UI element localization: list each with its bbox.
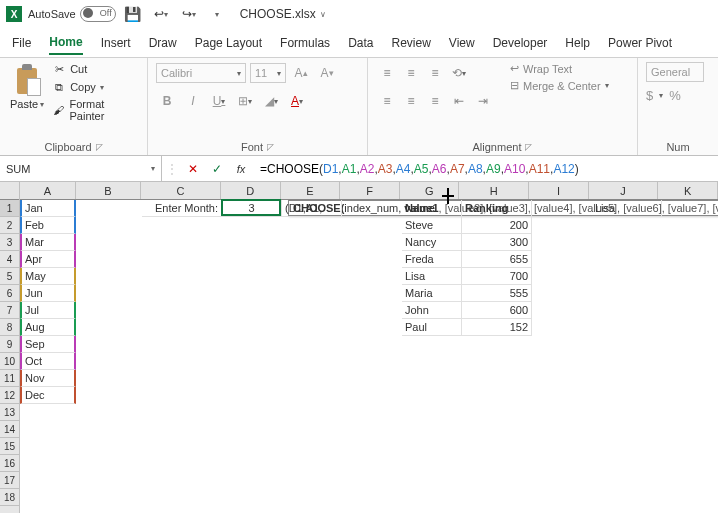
orientation-button[interactable]: ⟲▾ — [448, 62, 470, 84]
align-right-button[interactable]: ≡ — [424, 90, 446, 112]
cell-D1[interactable]: 3 — [222, 200, 282, 217]
align-center-button[interactable]: ≡ — [400, 90, 422, 112]
merge-center-button[interactable]: ⊟Merge & Center ▾ — [510, 79, 609, 92]
tab-developer[interactable]: Developer — [493, 32, 548, 54]
row-header-16[interactable]: 16 — [0, 455, 19, 472]
cell-G2[interactable]: Steve — [402, 217, 462, 234]
col-header-F[interactable]: F — [340, 182, 400, 199]
paste-button[interactable]: Paste▾ — [8, 62, 46, 112]
clipboard-launcher[interactable]: ◸ — [96, 142, 103, 152]
align-top-button[interactable]: ≡ — [376, 62, 398, 84]
cell-H1[interactable]: Ranking — [462, 200, 532, 217]
name-box[interactable]: SUM ▾ — [0, 156, 162, 181]
font-name-select[interactable]: Calibri▾ — [156, 63, 246, 83]
cell-A11[interactable]: Nov — [20, 370, 76, 387]
tab-draw[interactable]: Draw — [149, 32, 177, 54]
cell-H2[interactable]: 200 — [462, 217, 532, 234]
align-bottom-button[interactable]: ≡ — [424, 62, 446, 84]
row-header-15[interactable]: 15 — [0, 438, 19, 455]
cell-A10[interactable]: Oct — [20, 353, 76, 370]
col-header-K[interactable]: K — [658, 182, 718, 199]
cancel-button[interactable]: ✕ — [184, 160, 202, 178]
cell-H5[interactable]: 700 — [462, 268, 532, 285]
cell-H8[interactable]: 152 — [462, 319, 532, 336]
row-header-4[interactable]: 4 — [0, 251, 19, 268]
col-header-I[interactable]: I — [529, 182, 589, 199]
col-header-C[interactable]: C — [141, 182, 221, 199]
align-middle-button[interactable]: ≡ — [400, 62, 422, 84]
row-header-9[interactable]: 9 — [0, 336, 19, 353]
toggle-switch[interactable]: Off — [80, 6, 116, 22]
cell-G5[interactable]: Lisa — [402, 268, 462, 285]
tab-formulas[interactable]: Formulas — [280, 32, 330, 54]
cell-A4[interactable]: Apr — [20, 251, 76, 268]
col-header-D[interactable]: D — [221, 182, 281, 199]
row-header-8[interactable]: 8 — [0, 319, 19, 336]
number-format-select[interactable]: General — [646, 62, 704, 82]
italic-button[interactable]: I — [182, 90, 204, 112]
currency-button[interactable]: $ — [646, 88, 653, 103]
row-header-5[interactable]: 5 — [0, 268, 19, 285]
cell-A5[interactable]: May — [20, 268, 76, 285]
cell-G3[interactable]: Nancy — [402, 234, 462, 251]
tab-home[interactable]: Home — [49, 31, 82, 55]
tab-file[interactable]: File — [12, 32, 31, 54]
percent-button[interactable]: % — [669, 88, 681, 103]
font-size-select[interactable]: 11▾ — [250, 63, 286, 83]
cell-A3[interactable]: Mar — [20, 234, 76, 251]
col-header-A[interactable]: A — [20, 182, 76, 199]
row-header-7[interactable]: 7 — [0, 302, 19, 319]
cell-E1[interactable]: (D1,A1, — [282, 200, 342, 217]
enter-button[interactable]: ✓ — [208, 160, 226, 178]
decrease-font-button[interactable]: A▾ — [316, 62, 338, 84]
col-header-B[interactable]: B — [76, 182, 142, 199]
format-painter-button[interactable]: 🖌Format Painter — [52, 98, 139, 122]
underline-button[interactable]: U▾ — [208, 90, 230, 112]
row-header-13[interactable]: 13 — [0, 404, 19, 421]
undo-button[interactable]: ↩▾ — [150, 3, 172, 25]
cell-G7[interactable]: John — [402, 302, 462, 319]
borders-button[interactable]: ⊞▾ — [234, 90, 256, 112]
tab-data[interactable]: Data — [348, 32, 373, 54]
alignment-launcher[interactable]: ◸ — [525, 142, 532, 152]
select-all-corner[interactable] — [0, 182, 19, 200]
decrease-indent-button[interactable]: ⇤ — [448, 90, 470, 112]
cell-A1[interactable]: Jan — [20, 200, 76, 217]
col-header-E[interactable]: E — [281, 182, 341, 199]
cut-button[interactable]: ✂Cut — [52, 62, 139, 76]
row-header-3[interactable]: 3 — [0, 234, 19, 251]
formula-input[interactable]: =CHOOSE(D1,A1,A2,A3,A4,A5,A6,A7,A8,A9,A1… — [254, 162, 718, 176]
redo-button[interactable]: ↪▾ — [178, 3, 200, 25]
row-header-10[interactable]: 10 — [0, 353, 19, 370]
cell-H4[interactable]: 655 — [462, 251, 532, 268]
tab-view[interactable]: View — [449, 32, 475, 54]
cell-A7[interactable]: Jul — [20, 302, 76, 319]
cell-A12[interactable]: Dec — [20, 387, 76, 404]
insert-function-button[interactable]: fx — [232, 160, 250, 178]
bold-button[interactable]: B — [156, 90, 178, 112]
font-color-button[interactable]: A▾ — [286, 90, 308, 112]
cell-A2[interactable]: Feb — [20, 217, 76, 234]
tab-review[interactable]: Review — [391, 32, 430, 54]
increase-indent-button[interactable]: ⇥ — [472, 90, 494, 112]
row-header-2[interactable]: 2 — [0, 217, 19, 234]
row-header-18[interactable]: 18 — [0, 489, 19, 506]
cell-H7[interactable]: 600 — [462, 302, 532, 319]
cell-G6[interactable]: Maria — [402, 285, 462, 302]
copy-button[interactable]: ⧉Copy ▾ — [52, 80, 139, 94]
filename[interactable]: CHOOSE.xlsx ∨ — [240, 7, 326, 21]
tab-insert[interactable]: Insert — [101, 32, 131, 54]
cell-H6[interactable]: 555 — [462, 285, 532, 302]
row-header-12[interactable]: 12 — [0, 387, 19, 404]
save-button[interactable]: 💾 — [122, 3, 144, 25]
tab-power-pivot[interactable]: Power Pivot — [608, 32, 672, 54]
cell-G4[interactable]: Freda — [402, 251, 462, 268]
cell-C1[interactable]: Enter Month: — [142, 200, 222, 217]
font-launcher[interactable]: ◸ — [267, 142, 274, 152]
fill-color-button[interactable]: ◢▾ — [260, 90, 282, 112]
cell-A6[interactable]: Jun — [20, 285, 76, 302]
autosave-toggle[interactable]: AutoSave Off — [28, 6, 116, 22]
qat-customize[interactable]: ▾ — [206, 3, 228, 25]
row-header-14[interactable]: 14 — [0, 421, 19, 438]
cell-G8[interactable]: Paul — [402, 319, 462, 336]
